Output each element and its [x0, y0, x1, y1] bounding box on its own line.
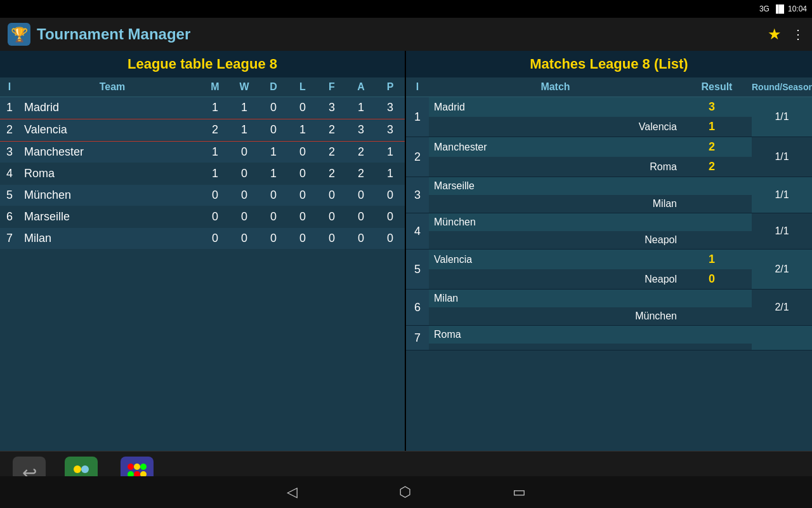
league-table-panel: League table League 8 I Team M W D L F A…	[0, 51, 406, 451]
row-d: 0	[259, 210, 288, 224]
row-p: 0	[376, 210, 405, 224]
row-m: 2	[200, 123, 230, 137]
match-teams: Madrid 3 Valencia 1	[429, 97, 752, 137]
svg-point-11	[140, 464, 147, 470]
match-away-row: Neapol 0	[429, 269, 752, 289]
match-away-row	[429, 344, 752, 350]
row-p: 1	[376, 167, 405, 180]
row-f: 2	[317, 167, 346, 180]
match-teams: Roma	[429, 326, 752, 350]
back-nav-icon[interactable]: ◁	[287, 484, 298, 500]
svg-point-9	[128, 464, 134, 470]
row-pos: 6	[0, 210, 19, 224]
row-w: 1	[230, 123, 259, 137]
match-index: 1	[406, 97, 429, 137]
match-group[interactable]: 3 Marseille Milan 1/1	[406, 177, 812, 213]
match-round: 1/1	[752, 177, 812, 213]
table-header: I Team M W D L F A P	[0, 77, 405, 97]
match-home-team: Milan	[434, 293, 677, 304]
table-row[interactable]: 4 Roma 1 0 1 0 2 2 1	[0, 163, 405, 185]
match-group[interactable]: 5 Valencia 1 Neapol 0 2/1	[406, 250, 812, 290]
table-row[interactable]: 1 Madrid 1 1 0 0 3 1 3	[0, 97, 405, 119]
match-round: 2/1	[752, 250, 812, 289]
row-a: 3	[346, 123, 376, 137]
row-a: 0	[346, 189, 376, 202]
row-w: 1	[230, 101, 259, 114]
col-header-i: I	[0, 81, 19, 93]
match-home-score: 3	[677, 100, 747, 114]
menu-icon[interactable]: ⋮	[792, 27, 804, 42]
table-row[interactable]: 5 München 0 0 0 0 0 0 0	[0, 185, 405, 206]
table-row[interactable]: 6 Marseille 0 0 0 0 0 0 0	[0, 206, 405, 228]
row-d: 0	[259, 123, 288, 137]
row-f: 2	[317, 145, 346, 159]
match-index: 7	[406, 326, 429, 350]
col-header-team: Team	[19, 81, 200, 93]
signal-indicator: 3G	[759, 4, 769, 13]
row-team-name: Roma	[19, 167, 200, 180]
match-home-team: Roma	[434, 329, 677, 340]
match-group[interactable]: 4 München Neapol 1/1	[406, 213, 812, 250]
match-round	[752, 326, 812, 350]
row-l: 0	[288, 189, 317, 202]
main-content: League table League 8 I Team M W D L F A…	[0, 51, 812, 451]
match-away-row: Neapol	[429, 231, 752, 249]
time-display: 10:04	[788, 4, 807, 13]
matches-header: I Match Result Round/Season	[406, 77, 812, 97]
match-away-team: Milan	[434, 198, 677, 210]
row-f: 2	[317, 123, 346, 137]
row-m: 1	[200, 167, 230, 180]
status-bar: 3G ▐█ 10:04	[0, 0, 812, 18]
match-away-row: München	[429, 307, 752, 325]
row-l: 0	[288, 145, 317, 159]
row-team-name: Milan	[19, 232, 200, 245]
table-row[interactable]: 2 Valencia 2 1 0 1 2 3 3	[0, 119, 405, 141]
recents-nav-icon[interactable]: ▭	[513, 484, 526, 500]
star-icon[interactable]: ★	[768, 25, 782, 43]
match-teams: Marseille Milan	[429, 177, 752, 213]
match-group[interactable]: 1 Madrid 3 Valencia 1 1/1	[406, 97, 812, 137]
row-p: 1	[376, 145, 405, 159]
match-home-row: Manchester 2	[429, 137, 752, 157]
row-p: 0	[376, 232, 405, 245]
row-p: 3	[376, 101, 405, 114]
match-teams: Valencia 1 Neapol 0	[429, 250, 752, 289]
match-col-match: Match	[429, 81, 682, 93]
match-group[interactable]: 6 Milan München 2/1	[406, 290, 812, 326]
match-group[interactable]: 2 Manchester 2 Roma 2 1/1	[406, 137, 812, 177]
match-group[interactable]: 7 Roma	[406, 326, 812, 351]
match-home-row: München	[429, 213, 752, 231]
svg-point-4	[81, 465, 89, 473]
match-round: 2/1	[752, 290, 812, 325]
col-header-a: A	[346, 81, 376, 93]
home-nav-icon[interactable]: ⬡	[399, 484, 411, 500]
match-index: 5	[406, 250, 429, 289]
table-row[interactable]: 3 Manchester 1 0 1 0 2 2 1	[0, 142, 405, 163]
matches-panel: Matches League 8 (List) I Match Result R…	[406, 51, 812, 451]
match-away-team: Neapol	[434, 274, 677, 285]
row-pos: 2	[0, 123, 19, 137]
match-col-result: Result	[682, 81, 752, 93]
col-header-l: L	[288, 81, 317, 93]
row-pos: 1	[0, 101, 19, 114]
match-home-team: Manchester	[434, 142, 677, 153]
match-home-team: Madrid	[434, 102, 677, 113]
match-teams: Manchester 2 Roma 2	[429, 137, 752, 177]
match-col-round: Round/Season	[752, 82, 812, 93]
row-p: 3	[376, 123, 405, 137]
row-d: 0	[259, 101, 288, 114]
table-row[interactable]: 7 Milan 0 0 0 0 0 0 0	[0, 228, 405, 250]
row-l: 0	[288, 210, 317, 224]
match-home-row: Marseille	[429, 177, 752, 195]
row-m: 1	[200, 101, 230, 114]
row-d: 0	[259, 232, 288, 245]
row-team-name: Manchester	[19, 145, 200, 159]
match-index: 2	[406, 137, 429, 177]
battery-icon: ▐█	[773, 4, 784, 13]
navigation-bar: ◁ ⬡ ▭	[0, 476, 812, 508]
row-a: 1	[346, 101, 376, 114]
row-d: 1	[259, 167, 288, 180]
match-index: 6	[406, 290, 429, 325]
match-round: 1/1	[752, 213, 812, 249]
row-w: 0	[230, 232, 259, 245]
